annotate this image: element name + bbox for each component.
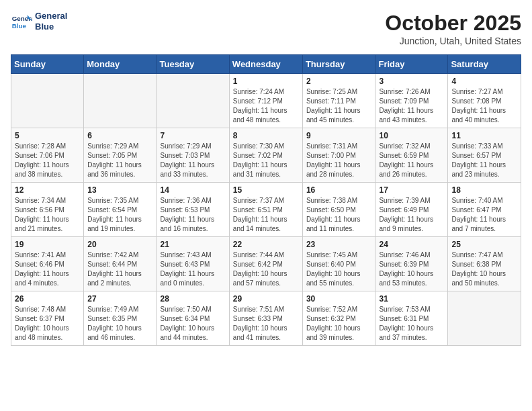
calendar-cell: 5Sunrise: 7:28 AM Sunset: 7:06 PM Daylig… [11,128,84,183]
calendar-cell: 3Sunrise: 7:26 AM Sunset: 7:09 PM Daylig… [375,74,448,128]
calendar-cell: 13Sunrise: 7:35 AM Sunset: 6:54 PM Dayli… [84,183,157,237]
day-info: Sunrise: 7:46 AM Sunset: 6:39 PM Dayligh… [379,250,444,288]
day-number: 26 [15,294,80,304]
calendar-cell [11,74,84,128]
day-number: 13 [87,185,152,195]
day-number: 1 [233,77,299,86]
calendar-cell: 25Sunrise: 7:47 AM Sunset: 6:38 PM Dayli… [448,237,521,291]
calendar-cell: 28Sunrise: 7:50 AM Sunset: 6:34 PM Dayli… [157,291,229,346]
page-header: General Blue General Blue October 2025 J… [11,11,521,46]
day-info: Sunrise: 7:39 AM Sunset: 6:49 PM Dayligh… [379,196,444,234]
calendar-cell: 9Sunrise: 7:31 AM Sunset: 7:00 PM Daylig… [302,128,375,183]
day-info: Sunrise: 7:31 AM Sunset: 7:00 PM Dayligh… [306,142,372,179]
day-number: 27 [87,294,152,304]
calendar-table: SundayMondayTuesdayWednesdayThursdayFrid… [11,54,521,346]
day-number: 6 [87,131,152,140]
calendar-cell: 7Sunrise: 7:29 AM Sunset: 7:03 PM Daylig… [157,128,229,183]
day-info: Sunrise: 7:40 AM Sunset: 6:47 PM Dayligh… [451,196,517,234]
day-number: 31 [379,294,444,304]
calendar-cell: 14Sunrise: 7:36 AM Sunset: 6:53 PM Dayli… [157,183,229,237]
day-number: 5 [15,131,80,140]
day-number: 20 [87,240,152,249]
calendar-cell: 2Sunrise: 7:25 AM Sunset: 7:11 PM Daylig… [302,74,375,128]
day-info: Sunrise: 7:43 AM Sunset: 6:43 PM Dayligh… [160,250,225,288]
location: Junction, Utah, United States [385,36,521,46]
week-row-3: 12Sunrise: 7:34 AM Sunset: 6:56 PM Dayli… [11,183,521,237]
day-number: 25 [451,240,517,249]
calendar-cell: 31Sunrise: 7:53 AM Sunset: 6:31 PM Dayli… [375,291,448,346]
day-number: 12 [15,185,80,195]
calendar-cell: 6Sunrise: 7:29 AM Sunset: 7:05 PM Daylig… [84,128,157,183]
calendar-cell: 24Sunrise: 7:46 AM Sunset: 6:39 PM Dayli… [375,237,448,291]
calendar-cell: 12Sunrise: 7:34 AM Sunset: 6:56 PM Dayli… [11,183,84,237]
day-info: Sunrise: 7:50 AM Sunset: 6:34 PM Dayligh… [160,305,225,342]
calendar-cell: 21Sunrise: 7:43 AM Sunset: 6:43 PM Dayli… [157,237,229,291]
day-number: 22 [233,240,299,249]
day-info: Sunrise: 7:38 AM Sunset: 6:50 PM Dayligh… [306,196,372,234]
calendar-cell: 8Sunrise: 7:30 AM Sunset: 7:02 PM Daylig… [229,128,302,183]
day-number: 11 [451,131,517,140]
day-info: Sunrise: 7:32 AM Sunset: 6:59 PM Dayligh… [379,142,444,179]
calendar-cell: 16Sunrise: 7:38 AM Sunset: 6:50 PM Dayli… [302,183,375,237]
calendar-cell: 23Sunrise: 7:45 AM Sunset: 6:40 PM Dayli… [302,237,375,291]
day-number: 8 [233,131,299,140]
day-info: Sunrise: 7:33 AM Sunset: 6:57 PM Dayligh… [451,142,517,179]
calendar-cell: 18Sunrise: 7:40 AM Sunset: 6:47 PM Dayli… [448,183,521,237]
day-number: 7 [160,131,225,140]
calendar-cell: 15Sunrise: 7:37 AM Sunset: 6:51 PM Dayli… [229,183,302,237]
calendar-cell [448,291,521,346]
day-info: Sunrise: 7:30 AM Sunset: 7:02 PM Dayligh… [233,142,299,179]
day-info: Sunrise: 7:29 AM Sunset: 7:03 PM Dayligh… [160,142,225,179]
day-number: 4 [451,77,517,86]
day-info: Sunrise: 7:29 AM Sunset: 7:05 PM Dayligh… [87,142,152,179]
week-row-5: 26Sunrise: 7:48 AM Sunset: 6:37 PM Dayli… [11,291,521,346]
svg-text:Blue: Blue [12,21,27,29]
calendar-cell: 29Sunrise: 7:51 AM Sunset: 6:33 PM Dayli… [229,291,302,346]
day-info: Sunrise: 7:42 AM Sunset: 6:44 PM Dayligh… [87,250,152,288]
day-info: Sunrise: 7:45 AM Sunset: 6:40 PM Dayligh… [306,250,372,288]
logo-icon: General Blue [11,12,32,31]
day-number: 9 [306,131,372,140]
day-number: 17 [379,185,444,195]
calendar-cell: 26Sunrise: 7:48 AM Sunset: 6:37 PM Dayli… [11,291,84,346]
day-number: 24 [379,240,444,249]
day-number: 30 [306,294,372,304]
day-info: Sunrise: 7:34 AM Sunset: 6:56 PM Dayligh… [15,196,80,234]
logo-text: General Blue [35,11,67,32]
weekday-header-wednesday: Wednesday [229,55,302,74]
day-info: Sunrise: 7:51 AM Sunset: 6:33 PM Dayligh… [233,305,299,342]
calendar-cell: 4Sunrise: 7:27 AM Sunset: 7:08 PM Daylig… [448,74,521,128]
day-info: Sunrise: 7:52 AM Sunset: 6:32 PM Dayligh… [306,305,372,342]
weekday-header-sunday: Sunday [11,55,84,74]
day-info: Sunrise: 7:48 AM Sunset: 6:37 PM Dayligh… [15,305,80,342]
day-number: 28 [160,294,225,304]
calendar-cell: 1Sunrise: 7:24 AM Sunset: 7:12 PM Daylig… [229,74,302,128]
month-title: October 2025 [385,11,521,36]
calendar-cell: 19Sunrise: 7:41 AM Sunset: 6:46 PM Dayli… [11,237,84,291]
day-info: Sunrise: 7:26 AM Sunset: 7:09 PM Dayligh… [379,87,444,125]
week-row-1: 1Sunrise: 7:24 AM Sunset: 7:12 PM Daylig… [11,74,521,128]
calendar-cell [84,74,157,128]
weekday-header-friday: Friday [375,55,448,74]
day-info: Sunrise: 7:47 AM Sunset: 6:38 PM Dayligh… [451,250,517,288]
weekday-header-monday: Monday [84,55,157,74]
day-number: 18 [451,185,517,195]
calendar-cell: 27Sunrise: 7:49 AM Sunset: 6:35 PM Dayli… [84,291,157,346]
day-number: 2 [306,77,372,86]
day-number: 3 [379,77,444,86]
day-info: Sunrise: 7:49 AM Sunset: 6:35 PM Dayligh… [87,305,152,342]
day-number: 21 [160,240,225,249]
week-row-2: 5Sunrise: 7:28 AM Sunset: 7:06 PM Daylig… [11,128,521,183]
day-info: Sunrise: 7:28 AM Sunset: 7:06 PM Dayligh… [15,142,80,179]
day-info: Sunrise: 7:36 AM Sunset: 6:53 PM Dayligh… [160,196,225,234]
day-number: 19 [15,240,80,249]
day-info: Sunrise: 7:41 AM Sunset: 6:46 PM Dayligh… [15,250,80,288]
logo: General Blue General Blue [11,11,67,32]
day-number: 29 [233,294,299,304]
calendar-cell: 30Sunrise: 7:52 AM Sunset: 6:32 PM Dayli… [302,291,375,346]
weekday-header-saturday: Saturday [448,55,521,74]
weekday-header-thursday: Thursday [302,55,375,74]
day-info: Sunrise: 7:44 AM Sunset: 6:42 PM Dayligh… [233,250,299,288]
day-number: 15 [233,185,299,195]
calendar-cell: 11Sunrise: 7:33 AM Sunset: 6:57 PM Dayli… [448,128,521,183]
